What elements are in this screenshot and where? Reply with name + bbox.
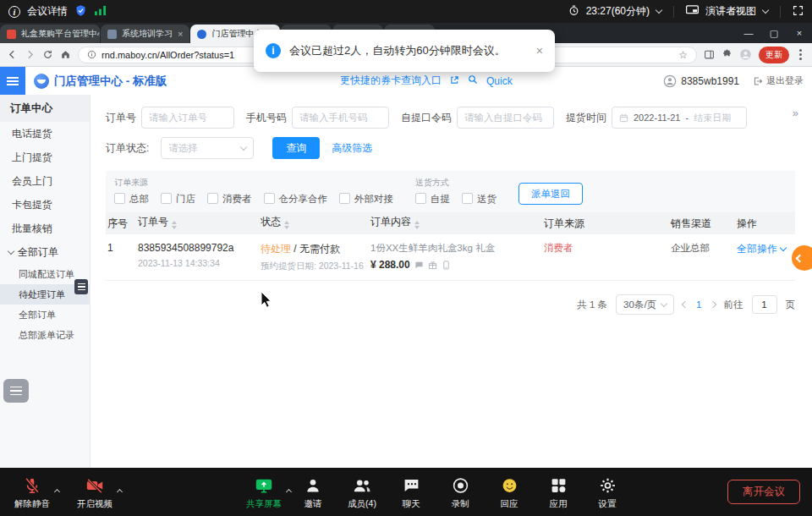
apps-button[interactable]: 应用 <box>538 475 579 510</box>
pickup-date: 预约提货日期: 2023-11-16 <box>261 261 370 272</box>
tab-close-icon[interactable]: × <box>178 29 183 39</box>
meeting-panel-expand-button[interactable] <box>792 245 812 271</box>
account-info[interactable]: 8385wb1991 <box>663 74 739 88</box>
phone-label: 手机号码 <box>246 111 287 125</box>
date-range-picker[interactable]: 2022-11-21 - 结束日期 <box>612 107 747 129</box>
window-maximize-button[interactable]: ▢ <box>761 23 787 43</box>
chat-button[interactable]: 聊天 <box>391 475 431 510</box>
col-source: 订单来源 <box>544 217 671 231</box>
video-options-caret[interactable] <box>118 482 122 497</box>
meeting-timer[interactable]: 23:27(60分钟) <box>586 4 650 19</box>
table-row[interactable]: 1 8385934508899792a 2023-11-13 14:33:34 … <box>106 234 795 281</box>
logout-button[interactable]: 退出登录 <box>753 74 804 87</box>
share-options-caret[interactable] <box>287 482 291 497</box>
sidebar-group-all-orders[interactable]: 全部订单 <box>0 240 90 264</box>
checkbox[interactable] <box>114 193 125 204</box>
quick-search-link[interactable]: Quick <box>486 75 513 87</box>
browser-tab-2[interactable]: 系统培训学习 × <box>101 25 189 43</box>
delivery-method-group: 送货方式 自提 送货 <box>415 177 497 206</box>
browser-tab-1[interactable]: 礼盒菜购平台管理中心 × <box>0 25 100 43</box>
next-page-button[interactable] <box>710 302 716 307</box>
delivery-option-pickup[interactable]: 自提 <box>415 193 450 206</box>
col-order-no[interactable]: 订单号 <box>138 215 261 232</box>
meeting-details-label[interactable]: 会议详情 <box>27 4 68 19</box>
checkbox[interactable] <box>207 193 218 204</box>
sidebar-item-card-pickup[interactable]: 卡包提货 <box>0 193 90 217</box>
window-close-button[interactable]: × <box>787 23 812 43</box>
shield-check-icon[interactable] <box>74 4 87 19</box>
network-signal-icon[interactable] <box>94 5 107 19</box>
filter-collapse-icon[interactable]: » <box>793 107 798 119</box>
advanced-filter-link[interactable]: 高级筛选 <box>332 141 372 156</box>
device-icon[interactable] <box>442 261 451 270</box>
order-status-select[interactable]: 请选择 <box>161 137 254 159</box>
coupon-query-link[interactable]: 更快捷的券卡查询入口 <box>340 74 442 88</box>
goto-page-input[interactable] <box>752 295 777 314</box>
settings-button[interactable]: 设置 <box>587 475 628 510</box>
page-number[interactable]: 1 <box>696 299 701 310</box>
timer-caret-icon[interactable] <box>656 7 662 14</box>
order-content: 1份XX生鲜羊肉礼盒3kg 礼盒 <box>370 242 544 255</box>
sidebar-item-phone-pickup[interactable]: 电话提货 <box>0 122 90 145</box>
reactions-button[interactable]: 回应 <box>489 475 529 510</box>
home-icon[interactable] <box>60 49 71 60</box>
side-panel-icon[interactable] <box>704 49 715 60</box>
meeting-info-icon[interactable] <box>8 6 20 18</box>
checkbox[interactable] <box>339 193 350 204</box>
sidebar-item-member-visit[interactable]: 会员上门 <box>0 169 90 193</box>
checkbox[interactable] <box>264 193 275 204</box>
all-actions-dropdown[interactable]: 全部操作 <box>737 242 793 256</box>
col-status[interactable]: 状态 <box>261 215 370 232</box>
floating-menu-button[interactable] <box>3 379 29 403</box>
fullscreen-icon[interactable] <box>793 5 804 19</box>
invite-button[interactable]: 邀请 <box>293 475 333 510</box>
record-button[interactable]: 录制 <box>440 475 480 510</box>
browser-update-button[interactable]: 更新 <box>759 47 789 63</box>
toast-close-icon[interactable]: × <box>536 44 543 58</box>
view-mode-label[interactable]: 演讲者视图 <box>705 4 756 19</box>
mic-options-caret[interactable] <box>55 482 59 497</box>
gift-icon[interactable] <box>428 261 437 270</box>
share-screen-button[interactable]: 共享屏幕 <box>244 475 284 510</box>
sidebar-subitem-all-orders[interactable]: 全部订单 <box>0 305 90 325</box>
search-button[interactable]: 查询 <box>272 137 320 159</box>
view-caret-icon[interactable] <box>762 7 769 14</box>
page-size-select[interactable]: 30条/页 <box>616 294 674 315</box>
bookmark-star-icon[interactable]: ☆ <box>678 49 688 61</box>
members-button[interactable]: 成员(4) <box>342 475 382 510</box>
leave-meeting-button[interactable]: 离开会议 <box>727 480 800 504</box>
source-option-store[interactable]: 门店 <box>161 193 195 206</box>
source-option-hq[interactable]: 总部 <box>114 193 149 206</box>
sort-icon[interactable] <box>414 218 420 232</box>
col-content[interactable]: 订单内容 <box>370 215 544 232</box>
forward-icon[interactable] <box>25 49 36 60</box>
source-option-coop[interactable]: 仓分享合作 <box>264 193 328 206</box>
sidebar-item-batch-verify[interactable]: 批量核销 <box>0 217 90 240</box>
sort-icon[interactable] <box>172 218 177 232</box>
prev-page-button[interactable] <box>683 302 688 307</box>
pickup-code-input[interactable] <box>457 107 554 129</box>
checkbox[interactable] <box>161 193 172 204</box>
order-no-input[interactable] <box>141 107 234 129</box>
reload-icon[interactable] <box>42 49 53 60</box>
source-option-external[interactable]: 外部对接 <box>339 193 393 206</box>
mute-button[interactable]: 解除静音 <box>12 475 52 510</box>
sort-icon[interactable] <box>284 218 289 232</box>
phone-input[interactable] <box>292 107 389 129</box>
source-option-consumer[interactable]: 消费者 <box>207 193 252 206</box>
extensions-icon[interactable] <box>721 49 732 60</box>
note-icon[interactable] <box>414 261 424 270</box>
sidebar-item-door-pickup[interactable]: 上门提货 <box>0 145 90 169</box>
sidebar-subitem-hq-dispatch-log[interactable]: 总部派单记录 <box>0 325 90 345</box>
checkbox[interactable] <box>415 193 426 204</box>
start-video-button[interactable]: 开启视频 <box>74 475 115 510</box>
window-minimize-button[interactable]: — <box>736 23 761 43</box>
dispatch-return-button[interactable]: 派单退回 <box>518 183 583 205</box>
delivery-option-deliver[interactable]: 送货 <box>462 193 497 206</box>
browser-menu-icon[interactable] <box>799 53 802 56</box>
checkbox[interactable] <box>462 193 473 204</box>
back-icon[interactable] <box>7 49 18 60</box>
profile-avatar-icon[interactable] <box>739 48 752 61</box>
sidebar-toggle-button[interactable] <box>0 67 25 95</box>
drag-handle-icon[interactable] <box>74 279 88 294</box>
